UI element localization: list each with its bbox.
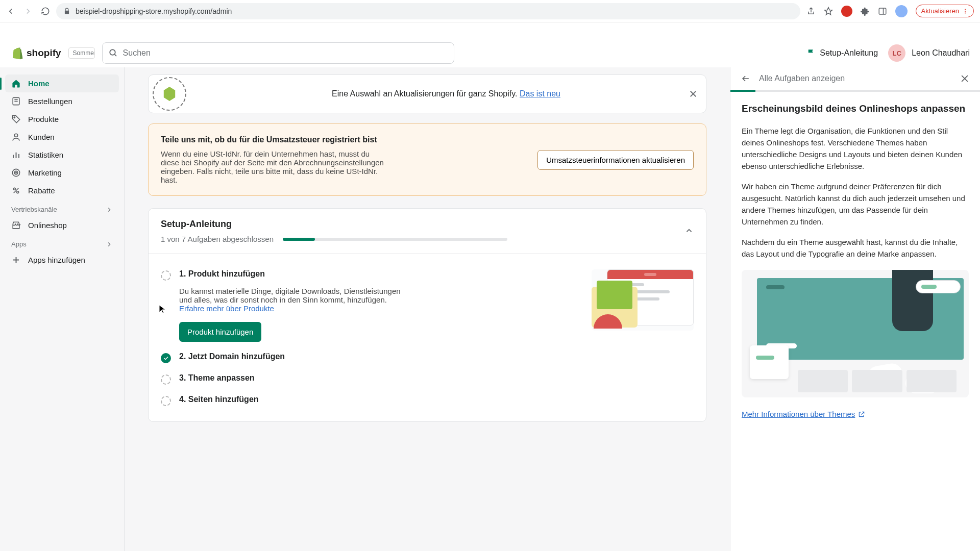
svg-point-4 [965,12,966,13]
task-2[interactable]: 2. Jetzt Domain hinzufügen [161,347,694,368]
task-3[interactable]: 3. Theme anpassen [161,368,694,390]
flag-icon [806,48,816,58]
svg-point-20 [17,191,19,193]
svg-point-11 [14,134,17,137]
editions-badge-icon [153,77,186,111]
browser-toolbar: beispiel-dropshipping-store.myshopify.co… [0,0,980,22]
back-icon[interactable] [6,7,15,16]
editions-link[interactable]: Das ist neu [520,89,560,98]
svg-point-17 [16,172,17,173]
profile-avatar[interactable] [895,5,908,17]
shopify-logo[interactable]: shopify [10,46,61,60]
svg-point-19 [13,188,15,190]
svg-point-5 [110,49,115,55]
home-icon [11,79,21,88]
close-icon[interactable] [960,73,970,84]
sidebar-item-discounts[interactable]: Rabatte [5,182,119,199]
panel-paragraph: Nachdem du ein Theme ausgewählt hast, ka… [742,236,969,260]
products-icon [11,114,21,124]
task-marker-done [161,353,171,363]
mouse-cursor [159,305,166,314]
store-icon [11,220,21,230]
marketing-icon [11,168,21,178]
sidebar-item-add-apps[interactable]: Apps hinzufügen [5,251,119,269]
search-input[interactable]: Suchen [102,42,454,64]
plus-icon [11,255,21,265]
opera-icon[interactable] [841,6,852,17]
task-1[interactable]: 1. Produkt hinzufügen Du kannst materiel… [161,264,694,347]
sidebar-item-products[interactable]: Produkte [5,110,119,128]
task-marker-incomplete [161,374,171,385]
setup-guide-card: Setup-Anleitung 1 von 7 Aufgaben abgesch… [148,208,706,422]
task-desc: Du kannst materielle Dinge, digitale Dow… [179,287,414,313]
setup-guide-link[interactable]: Setup-Anleitung [806,48,878,58]
task-title: 2. Jetzt Domain hinzufügen [179,352,285,361]
address-bar[interactable]: beispiel-dropshipping-store.myshopify.co… [56,3,800,19]
vat-update-button[interactable]: Umsatzsteuerinformationen aktualisieren [537,150,694,170]
sidebar-item-orders[interactable]: Bestellungen [5,92,119,110]
forward-icon[interactable] [23,7,33,16]
svg-line-6 [114,54,116,56]
reload-icon[interactable] [41,7,50,16]
analytics-icon [11,150,21,160]
add-product-button[interactable]: Produkt hinzufügen [179,322,261,342]
sidebar-section-channels[interactable]: Vertriebskanäle [5,199,119,216]
trial-badge[interactable]: Sommer [68,47,95,59]
chevron-up-icon [684,226,694,235]
extensions-icon[interactable] [861,7,870,16]
task-marker-incomplete [161,270,171,281]
task-learn-more-link[interactable]: Erfahre mehr über Produkte [179,304,274,313]
vat-title: Teile uns mit, ob du für die Umsatzsteue… [161,135,385,144]
chevron-right-icon [106,241,113,248]
search-icon [109,48,118,58]
theme-preview-illustration [742,270,969,397]
sidebar-item-onlineshop[interactable]: Onlineshop [5,216,119,234]
setup-progress-bar [283,238,507,241]
share-icon[interactable] [806,7,816,16]
sidebar-section-apps[interactable]: Apps [5,234,119,251]
main-content: Eine Auswahl an Aktualisierungen für gan… [125,67,730,551]
sidebar-item-customers[interactable]: Kunden [5,128,119,146]
external-link-icon [858,411,865,418]
app-header: shopify Sommer Suchen Setup-Anleitung LC… [0,39,980,67]
panel-icon[interactable] [878,7,887,16]
sidebar-item-home[interactable]: Home [5,74,119,92]
panel-paragraph: Wir haben ein Theme aufgrund deiner Präf… [742,181,969,228]
editions-banner: Eine Auswahl an Aktualisierungen für gan… [148,74,706,113]
discounts-icon [11,186,21,195]
more-icon [962,8,968,14]
task-illustration [592,269,694,331]
user-avatar: LC [888,44,905,62]
user-name: Leon Chaudhari [912,48,970,58]
back-arrow-icon[interactable] [741,73,751,84]
customers-icon [11,132,21,142]
sidebar-item-marketing[interactable]: Marketing [5,164,119,182]
collapse-button[interactable] [684,226,694,237]
svg-rect-0 [879,8,886,14]
sidebar: Home Bestellungen Produkte Kunden Statis… [0,67,125,551]
panel-back-label[interactable]: Alle Aufgaben anzeigen [759,74,951,83]
close-icon[interactable] [689,89,698,98]
svg-point-10 [14,117,15,118]
svg-point-2 [965,9,966,10]
user-menu[interactable]: LC Leon Chaudhari [888,44,970,62]
sidebar-item-analytics[interactable]: Statistiken [5,146,119,164]
svg-point-3 [965,11,966,12]
task-title: 1. Produkt hinzufügen [179,269,576,279]
task-4[interactable]: 4. Seiten hinzufügen [161,390,694,411]
svg-line-18 [14,188,19,193]
star-icon[interactable] [824,7,833,16]
check-icon [163,355,169,361]
editions-text: Eine Auswahl an Aktualisierungen für gan… [195,89,697,98]
url-text: beispiel-dropshipping-store.myshopify.co… [76,7,232,15]
task-title: 3. Theme anpassen [179,373,255,383]
setup-progress-text: 1 von 7 Aufgaben abgeschlossen [161,235,274,243]
lock-icon [63,8,70,15]
task-marker-incomplete [161,396,171,406]
chevron-right-icon [106,206,113,213]
themes-learn-more-link[interactable]: Mehr Informationen über Themes [742,410,865,418]
update-button[interactable]: Aktualisieren [916,5,974,17]
shopify-bag-icon [10,46,23,60]
vat-card: Teile uns mit, ob du für die Umsatzsteue… [148,123,706,196]
help-panel: Alle Aufgaben anzeigen Erscheinungsbild … [730,67,980,551]
